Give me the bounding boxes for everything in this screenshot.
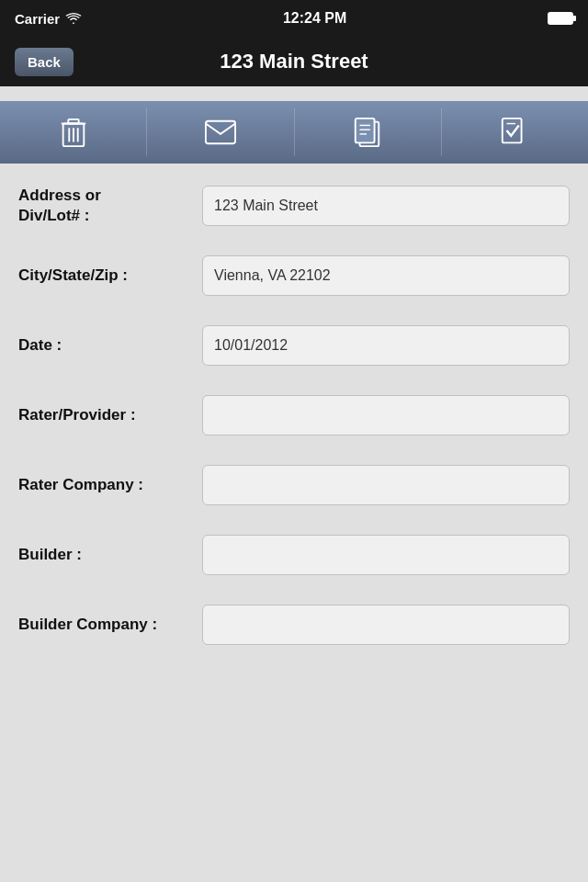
carrier-wifi: Carrier (15, 11, 82, 27)
input-builder[interactable] (202, 535, 570, 575)
toolbar-email-button[interactable] (147, 108, 294, 156)
toolbar (0, 101, 588, 164)
back-button[interactable]: Back (15, 48, 74, 76)
form-row-date: Date : (18, 322, 570, 369)
form-row-cityStateZip: City/State/Zip : (18, 252, 570, 300)
mail-icon (205, 117, 236, 148)
battery-indicator (548, 12, 573, 25)
input-cityStateZip[interactable] (202, 255, 570, 296)
form-row-builderCompany: Builder Company : (18, 601, 570, 649)
input-builderCompany[interactable] (202, 605, 570, 645)
svg-rect-6 (206, 121, 235, 144)
input-address[interactable] (202, 186, 570, 226)
form-row-raterProvider: Rater/Provider : (18, 391, 570, 439)
status-time: 12:24 PM (283, 10, 346, 27)
input-raterProvider[interactable] (202, 395, 570, 435)
toolbar-delete-button[interactable] (0, 108, 147, 156)
battery-icon (548, 12, 573, 25)
status-bar: Carrier 12:24 PM (0, 0, 588, 37)
input-date[interactable] (202, 325, 570, 366)
form-row-raterCompany: Rater Company : (18, 461, 570, 509)
svg-rect-8 (356, 119, 375, 142)
copy-icon (352, 117, 383, 148)
label-raterProvider: Rater/Provider : (18, 405, 202, 425)
wifi-icon (65, 12, 82, 25)
trash-icon (58, 117, 89, 148)
checkmark-icon (499, 117, 530, 148)
label-address: Address orDiv/Lot# : (18, 186, 202, 226)
carrier-label: Carrier (15, 11, 60, 27)
label-cityStateZip: City/State/Zip : (18, 266, 202, 286)
svg-rect-12 (503, 119, 522, 142)
label-builder: Builder : (18, 545, 202, 565)
label-raterCompany: Rater Company : (18, 475, 202, 495)
form-row-address: Address orDiv/Lot# : (18, 182, 570, 230)
form-area: Address orDiv/Lot# :City/State/Zip :Date… (0, 167, 588, 685)
nav-title: 123 Main Street (220, 50, 368, 74)
nav-bar: Back 123 Main Street (0, 37, 588, 86)
toolbar-check-button[interactable] (442, 108, 588, 156)
label-builderCompany: Builder Company : (18, 615, 202, 635)
form-row-builder: Builder : (18, 531, 570, 579)
toolbar-copy-button[interactable] (295, 108, 442, 156)
label-date: Date : (18, 335, 202, 356)
input-raterCompany[interactable] (202, 465, 570, 505)
